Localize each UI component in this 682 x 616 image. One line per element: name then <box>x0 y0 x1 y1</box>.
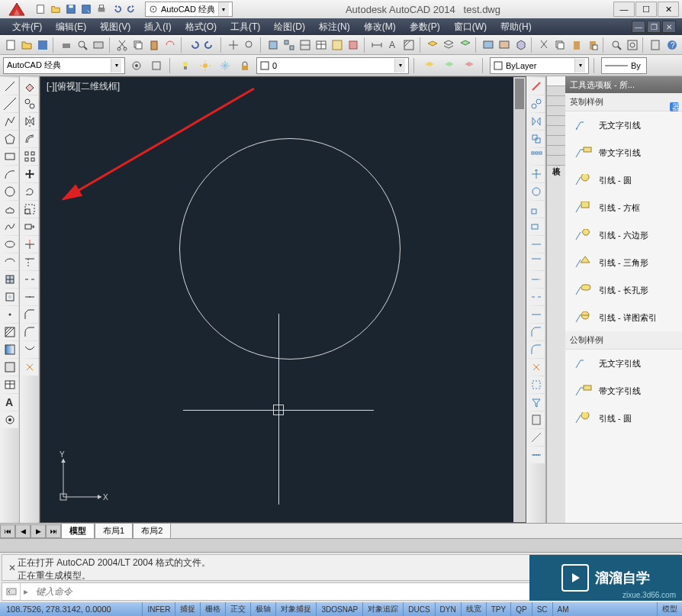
command-prompt-icon[interactable] <box>2 583 21 600</box>
cut2-icon[interactable] <box>537 37 552 53</box>
workspace-selector[interactable]: AutoCAD 经典 ▾ <box>145 2 233 17</box>
tab-layout2[interactable]: 布局2 <box>133 523 171 539</box>
ellipse-icon[interactable] <box>2 236 18 253</box>
menu-draw[interactable]: 绘图(D) <box>268 19 311 35</box>
viewport-label[interactable]: [-][俯视][二维线框] <box>47 80 120 93</box>
tab-last-icon[interactable]: ⏭ <box>46 524 61 538</box>
erase2-icon[interactable] <box>528 78 545 95</box>
workspace-settings-icon[interactable] <box>148 57 165 74</box>
workspace-combo[interactable]: AutoCAD 经典 ▾ <box>3 57 125 74</box>
menu-modify[interactable]: 修改(M) <box>358 19 402 35</box>
rotate2-icon[interactable] <box>528 183 545 200</box>
chamfer-icon[interactable] <box>21 306 38 323</box>
lengthen-icon[interactable] <box>528 271 545 288</box>
stretch2-icon[interactable] <box>528 218 545 235</box>
palette-tab-constraint[interactable]: 约束 <box>547 86 565 96</box>
menu-params[interactable]: 参数(P) <box>404 19 446 35</box>
copy-icon[interactable] <box>130 37 145 53</box>
palette-tab-mechanical[interactable]: 机械 <box>547 116 565 126</box>
menu-file[interactable]: 文件(F) <box>6 19 48 35</box>
region-icon[interactable] <box>2 359 18 376</box>
palette-item[interactable]: 引线 - 圆 <box>565 405 682 432</box>
palette-tab-table[interactable]: 表格 <box>547 156 565 166</box>
print-icon[interactable] <box>95 2 108 16</box>
mirror-icon[interactable] <box>21 113 38 130</box>
layer-combo[interactable]: 0 ▾ <box>256 57 409 74</box>
layer3-icon[interactable] <box>458 37 472 53</box>
sb-lwt[interactable]: 线宽 <box>461 602 486 616</box>
sun-icon[interactable] <box>197 57 214 74</box>
help-icon[interactable]: 器 <box>668 101 680 113</box>
maximize-button[interactable]: ☐ <box>635 2 657 17</box>
calc-icon[interactable] <box>648 37 663 53</box>
layer-state-icon[interactable] <box>421 57 438 74</box>
polygon-icon[interactable] <box>2 131 18 147</box>
mtext-icon[interactable]: A <box>2 394 18 411</box>
insert-block-icon[interactable] <box>2 271 18 288</box>
erase-icon[interactable] <box>21 78 38 95</box>
layer-iso-icon[interactable] <box>441 57 458 74</box>
revcloud-icon[interactable] <box>2 201 18 218</box>
redo-icon[interactable] <box>125 2 139 16</box>
palette-tab-civil[interactable]: 土木 <box>547 136 565 146</box>
ellipse-arc-icon[interactable] <box>2 253 18 270</box>
open-file-icon[interactable] <box>19 37 34 53</box>
paste3-icon[interactable] <box>585 37 600 53</box>
doc-minimize-button[interactable]: — <box>632 21 645 33</box>
scale2-icon[interactable] <box>528 201 545 218</box>
sb-sc[interactable]: SC <box>532 602 552 616</box>
sb-polar[interactable]: 极轴 <box>250 602 275 616</box>
light-icon[interactable] <box>177 57 194 74</box>
copy-obj-icon[interactable] <box>21 95 38 112</box>
sb-grid[interactable]: 栅格 <box>200 602 225 616</box>
palette-item[interactable]: 引线 - 详图索引 <box>565 304 682 331</box>
table-icon[interactable] <box>2 376 18 393</box>
print-icon[interactable] <box>59 37 73 53</box>
extend-icon[interactable] <box>21 253 38 270</box>
layer-prev-icon[interactable] <box>461 57 478 74</box>
layer2-icon[interactable] <box>442 37 456 53</box>
tab-layout1[interactable]: 布局1 <box>95 523 133 539</box>
table-icon[interactable] <box>314 37 329 53</box>
move-icon[interactable] <box>21 166 38 182</box>
view3-icon[interactable] <box>513 37 528 53</box>
sb-otrack[interactable]: 对象追踪 <box>362 602 403 616</box>
block3-icon[interactable] <box>298 37 312 53</box>
palette-tab-modeling[interactable]: 建模 <box>547 76 565 86</box>
palette-item[interactable]: 引线 - 圆 <box>565 166 682 194</box>
rectangle-icon[interactable] <box>2 148 18 165</box>
gradient-icon[interactable] <box>2 341 18 358</box>
polyline-icon[interactable] <box>2 113 18 130</box>
zoom-icon[interactable] <box>242 37 256 53</box>
paste2-icon[interactable] <box>569 37 584 53</box>
palette-item[interactable]: 引线 - 长孔形 <box>565 276 682 304</box>
block-icon[interactable] <box>265 37 280 53</box>
save-icon[interactable] <box>64 2 78 16</box>
stretch-icon[interactable] <box>21 218 38 235</box>
sb-ducs[interactable]: DUCS <box>403 602 434 616</box>
palette-tab-architecture[interactable]: 建筑 <box>547 106 565 116</box>
join-icon[interactable] <box>21 289 38 305</box>
offset-icon[interactable] <box>21 131 38 147</box>
preview-icon[interactable] <box>75 37 89 53</box>
palette-item[interactable]: 引线 - 方框 <box>565 194 682 221</box>
palette-tab-structural[interactable]: 结构 <box>547 146 565 156</box>
doc-restore-button[interactable]: ❐ <box>647 21 661 33</box>
help-icon[interactable]: ? <box>664 37 679 53</box>
saveas-icon[interactable] <box>79 2 93 16</box>
lock-icon[interactable] <box>236 57 253 74</box>
coordinates[interactable]: 108.7526, 278.3142, 0.0000 <box>0 605 117 614</box>
menu-dimension[interactable]: 标注(N) <box>313 19 356 35</box>
publish-icon[interactable] <box>91 37 105 53</box>
close-button[interactable]: ✕ <box>658 2 679 17</box>
tab-prev-icon[interactable]: ◀ <box>15 524 31 538</box>
copy2-icon[interactable] <box>553 37 568 53</box>
new-icon[interactable] <box>34 2 47 16</box>
copy3-icon[interactable] <box>528 95 545 112</box>
arc-icon[interactable] <box>2 166 18 182</box>
open-icon[interactable] <box>49 2 63 16</box>
offset2-icon[interactable] <box>528 131 545 147</box>
rotate-icon[interactable] <box>21 183 38 200</box>
layer-icon[interactable] <box>426 37 440 53</box>
tab-first-icon[interactable]: ⏮ <box>0 524 15 538</box>
